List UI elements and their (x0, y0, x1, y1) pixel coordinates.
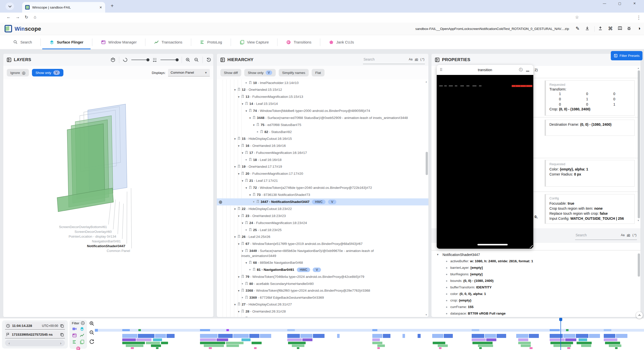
tree-node-17[interactable]: ▼17 - FullscreenMagnification:16:16#17 (217, 149, 428, 156)
node-property-row[interactable]: currFrame: 155 (431, 304, 637, 310)
report-bug-icon[interactable] (627, 26, 631, 31)
expand-arrow-icon[interactable]: ▼ (234, 302, 238, 307)
tree-node-16[interactable]: ▼16 - OneHanded:16:16#16 (217, 142, 428, 149)
node-property-row[interactable]: dataspace: BT709 sRGB Full range (431, 310, 637, 317)
expand-arrow-icon[interactable]: ▼ (241, 179, 245, 183)
show-only-toggle[interactable]: Show onlyV (32, 69, 63, 76)
collapse-filter-icon[interactable] (81, 321, 85, 325)
zoom-in-icon[interactable] (185, 57, 190, 62)
rotation-icon[interactable] (123, 57, 128, 62)
copy-icon[interactable] (60, 324, 64, 328)
expand-arrow-icon[interactable]: ▼ (241, 221, 245, 226)
displays-select[interactable]: Common Panel▼ (168, 69, 210, 76)
tree-node-15[interactable]: ▼15 - HideDisplayCutout:16:16#15 (217, 135, 428, 142)
tree-node-3368[interactable]: ▼3368 - WindowToken{f6b2f60 type=2024 an… (217, 287, 428, 294)
node-property-row[interactable]: barrierLayer: [empty] (431, 265, 637, 271)
layers-3d-view[interactable]: ScreenDecorOverlayBottom#61ScreenDecorOv… (3, 79, 213, 317)
copy-icon[interactable] (60, 333, 64, 336)
chip-show-only[interactable]: Show onlyV (244, 69, 275, 76)
tab-transitions[interactable]: Transitions (277, 35, 320, 49)
vc-icon[interactable] (79, 339, 85, 344)
tree-node-82[interactable]: 82 - StatusBar#82 (217, 128, 428, 135)
3d-cube-icon[interactable] (110, 57, 115, 62)
node-properties-scrollbar[interactable] (638, 253, 640, 277)
tx-icon[interactable] (79, 333, 85, 338)
tree-node-3449[interactable]: ▼3449 - Surface(name=885b63e NavigationB… (217, 247, 428, 259)
tree-node-14[interactable]: ▼14 - Leaf:15:15#14 (217, 100, 428, 107)
tree-node-18[interactable]: 18 - Leaf:16:16#18 (217, 156, 428, 163)
timeline-range-band[interactable] (95, 329, 644, 332)
expand-arrow-icon[interactable]: ▼ (237, 309, 242, 314)
tab-search-button[interactable] (6, 3, 14, 10)
reset-view-icon[interactable] (206, 57, 211, 62)
documentation-book-icon[interactable] (618, 26, 622, 31)
node-property-row[interactable]: blurRegions: [empty] (431, 271, 637, 278)
rotation-slider[interactable] (131, 60, 149, 60)
expand-arrow-icon[interactable]: ▼ (436, 252, 439, 257)
tree-node-72[interactable]: ▼72 - WindowToken{a2746de type=2040 andr… (217, 184, 428, 191)
expand-arrow-icon[interactable]: ▼ (253, 123, 257, 127)
expand-arrow-icon[interactable]: ▼ (249, 193, 253, 197)
tree-node-3447[interactable]: ◎3447 - NotificationShade#3447HWCV (217, 198, 428, 205)
upload-icon[interactable] (598, 26, 603, 31)
tree-node-79[interactable]: ▼79 - WindowToken{7046b4a type=2024 andr… (217, 273, 428, 280)
expand-arrow-icon[interactable]: ▼ (237, 95, 242, 99)
timeline-playhead[interactable] (560, 318, 561, 350)
expand-arrow-icon[interactable]: ▼ (234, 207, 238, 211)
tree-node-74[interactable]: ▼74 - WindowToken{fdddbe6 type=2000 andr… (217, 107, 428, 114)
bookmark-star-icon[interactable]: ☆ (575, 15, 579, 20)
reset-zoom-icon[interactable] (89, 339, 95, 344)
human-time-input[interactable]: 11:04:14.228 UTC+00:00 (5, 322, 65, 330)
expand-arrow-icon[interactable]: ▼ (245, 186, 249, 190)
tab-close-icon[interactable]: ✕ (99, 6, 102, 9)
tab-view-capture[interactable]: View Capture (231, 35, 277, 49)
hierarchy-search-input[interactable]: Search Aa ab (.*) (363, 56, 425, 64)
filter-presets-button[interactable]: Filter Presets (611, 51, 642, 60)
tab-protolog[interactable]: ProtoLog (191, 35, 231, 49)
match-word-icon[interactable]: ab (415, 58, 418, 61)
back-icon[interactable]: ← (7, 15, 11, 20)
chip-show-diff[interactable]: Show diff (220, 69, 241, 76)
expand-arrow-icon[interactable]: ▼ (237, 288, 242, 293)
expand-arrow-icon[interactable]: ▼ (241, 316, 245, 317)
expand-arrow-icon[interactable]: ▼ (237, 275, 242, 279)
scroll-down-icon[interactable]: ▼ (637, 219, 639, 222)
panel-collapse-icon[interactable] (435, 58, 439, 62)
info-icon[interactable]: ⓘ (519, 67, 523, 72)
match-case-icon[interactable]: Aa (409, 58, 413, 61)
tree-node-29[interactable]: ▼29 - FullscreenMagnification:26:27#29 (217, 315, 428, 317)
expand-timeline-button[interactable] (636, 312, 643, 319)
tree-node-27[interactable]: ▼27 - HideDisplayCutout:26:31#27 (217, 301, 428, 308)
tree-node-12[interactable]: ▼12 - OneHanded:15:15#12 (217, 86, 428, 93)
regex-icon[interactable]: (.*) (420, 58, 424, 61)
tree-node-20[interactable]: ▼20 - FullscreenMagnification:17:17#20 (217, 170, 428, 177)
frame-step-control[interactable]: ‹› (5, 340, 65, 346)
home-icon[interactable]: ⌂ (34, 15, 36, 20)
minimize-icon[interactable] (526, 71, 529, 71)
ns-time-input[interactable]: 1715339054227572545 ns (5, 331, 65, 338)
match-case-icon[interactable]: Aa (621, 233, 625, 237)
tree-node-68[interactable]: ▼68 - 885b63e NavigationBar0#68 (217, 259, 428, 266)
tab-transactions[interactable]: Transactions (145, 35, 191, 49)
sf-icon[interactable] (79, 326, 85, 331)
browser-tab[interactable]: Winscope | sandbox-FAIL ✕ (22, 2, 105, 13)
tree-node-24[interactable]: ▼24 - FullscreenMagnification:18:23#24 (217, 220, 428, 227)
tree-node-3369[interactable]: 3369 - 67726bf EdgeBackGestureHandler0#3… (217, 294, 428, 301)
window-controls[interactable]: — ▢ ✕ (603, 2, 641, 5)
tab-jank-cujs[interactable]: Jank CUJs (320, 35, 363, 49)
tree-node-13[interactable]: ▼13 - FullscreenMagnification:15:15#13 (217, 93, 428, 100)
tree-node-28[interactable]: ▼28 - OneHanded:26:31#28 (217, 308, 428, 315)
spacing-slider[interactable] (160, 60, 178, 60)
properties-scrollbar[interactable] (638, 70, 640, 218)
tree-node-80[interactable]: 80 - ace6abb SecondaryHomeHandle0#80 (217, 280, 428, 287)
screenshot-overlay-card[interactable]: ⠿ transition ⓘ (437, 65, 533, 249)
zoom-out-icon[interactable] (194, 57, 199, 62)
expand-arrow-icon[interactable]: ▼ (241, 151, 245, 155)
expand-arrow-icon[interactable]: ▼ (237, 171, 242, 176)
tree-node-23[interactable]: ▼23 - OneHanded:18:23#23 (217, 212, 428, 220)
tree-node-67[interactable]: ▼67 - WindowToken{e5176f9 type=2019 andr… (217, 240, 428, 247)
wm-icon[interactable] (72, 333, 77, 338)
range-left-handle[interactable] (95, 329, 98, 332)
edit-icon[interactable]: ✎ (576, 26, 580, 31)
zoom-out-icon[interactable] (89, 330, 95, 335)
